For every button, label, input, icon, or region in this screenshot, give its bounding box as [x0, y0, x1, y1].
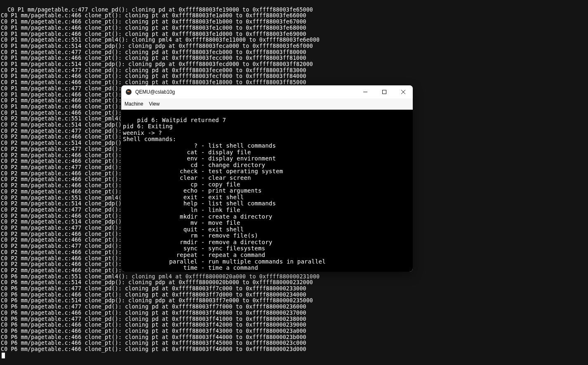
qemu-console[interactable]: pid 6: Waitpid returned 7 pid 6: Exiting…: [121, 110, 413, 272]
qemu-console-output: pid 6: Waitpid returned 7 pid 6: Exiting…: [123, 117, 326, 272]
menubar: Machine View: [121, 99, 413, 110]
menu-view[interactable]: View: [149, 101, 160, 107]
qemu-window[interactable]: QEMU@cslab10g Machine View pid 6: Waitpi…: [121, 85, 413, 272]
host-terminal-cursor: [2, 353, 5, 358]
svg-rect-3: [383, 90, 386, 94]
titlebar[interactable]: QEMU@cslab10g: [121, 85, 413, 99]
maximize-button[interactable]: [375, 85, 394, 99]
svg-point-1: [127, 91, 128, 92]
qemu-app-icon: [125, 89, 132, 95]
minimize-button[interactable]: [356, 85, 375, 99]
window-title: QEMU@cslab10g: [135, 89, 175, 95]
close-button[interactable]: [394, 85, 413, 99]
menu-machine[interactable]: Machine: [125, 101, 143, 107]
